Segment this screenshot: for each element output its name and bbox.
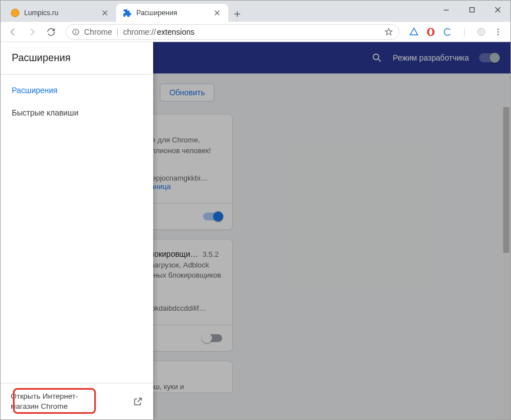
url-path: extensions	[157, 27, 195, 36]
bookmark-icon[interactable]	[384, 27, 393, 36]
close-icon[interactable]	[213, 8, 222, 17]
new-tab-button[interactable]	[229, 6, 245, 22]
close-button[interactable]	[485, 1, 510, 19]
svg-rect-5	[75, 31, 76, 34]
close-icon[interactable]	[100, 8, 109, 17]
highlight-annotation	[13, 388, 96, 414]
puzzle-icon	[123, 8, 132, 17]
open-external-icon[interactable]	[133, 396, 143, 407]
window-controls	[433, 1, 510, 22]
minimize-button[interactable]	[433, 1, 459, 19]
maximize-button[interactable]	[459, 1, 485, 19]
address-bar[interactable]: Chrome | chrome://extensions	[66, 24, 399, 40]
menu-drawer: Расширения Расширения Быстрые клавиши От…	[1, 42, 153, 419]
forward-button[interactable]	[24, 24, 40, 40]
tab-extensions[interactable]: Расширения	[116, 4, 228, 22]
content: Режим разработчика ние Упаковать расшире…	[1, 42, 510, 419]
drawer-item-shortcuts[interactable]: Быстрые клавиши	[1, 101, 153, 124]
toolbar: Chrome | chrome://extensions |	[1, 22, 510, 42]
titlebar: Lumpics.ru Расширения	[1, 1, 510, 22]
drawer-nav: Расширения Быстрые клавиши	[1, 75, 153, 128]
profile-globe-icon[interactable]	[476, 26, 487, 38]
ext-triangle-icon[interactable]	[408, 26, 420, 38]
svg-point-11	[498, 34, 499, 35]
ext-c-icon[interactable]	[442, 26, 453, 38]
back-button[interactable]	[5, 24, 21, 40]
svg-rect-2	[469, 7, 474, 12]
security-icon	[72, 28, 80, 36]
svg-point-10	[498, 31, 499, 32]
svg-point-7	[429, 29, 432, 35]
drawer-title: Расширения	[1, 42, 153, 75]
reload-button[interactable]	[43, 24, 59, 40]
tab-strip: Lumpics.ru Расширения	[1, 1, 245, 22]
svg-point-8	[477, 28, 485, 36]
svg-point-9	[498, 29, 499, 30]
url-host: chrome://	[123, 27, 155, 36]
tab-lumpics[interactable]: Lumpics.ru	[4, 4, 116, 22]
tab-label: Lumpics.ru	[24, 9, 96, 17]
browser-window: Lumpics.ru Расширения	[0, 0, 511, 420]
favicon-orange-icon	[11, 8, 20, 17]
url-scheme: Chrome	[84, 27, 112, 36]
drawer-item-extensions[interactable]: Расширения	[1, 79, 153, 101]
svg-point-4	[75, 30, 76, 31]
tab-label: Расширения	[136, 9, 208, 17]
ext-opera-icon[interactable]	[425, 26, 436, 38]
menu-dots-icon[interactable]	[492, 26, 504, 38]
extension-icons: |	[406, 26, 506, 38]
